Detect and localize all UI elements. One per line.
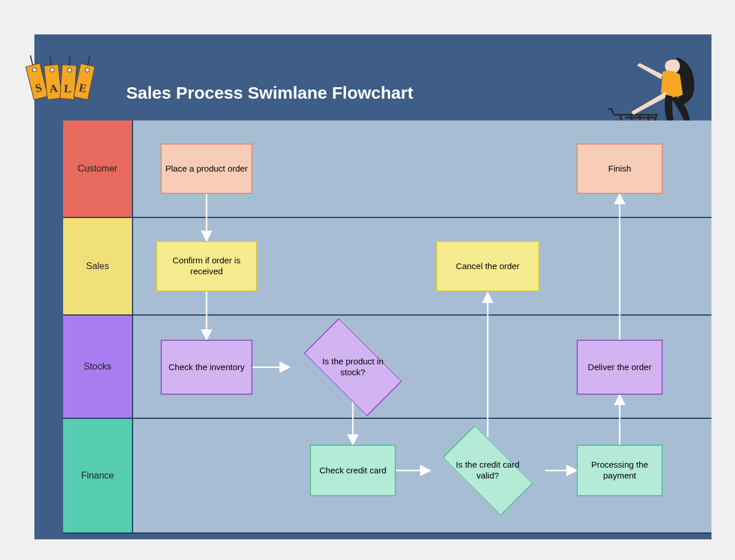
node-label: Place a product order xyxy=(165,164,247,174)
lane-header-finance: Finance xyxy=(63,419,132,532)
sale-tag-letter: A xyxy=(46,81,61,96)
node-finish[interactable]: Finish xyxy=(577,143,663,194)
node-label: Finish xyxy=(608,164,631,174)
node-cancel-order[interactable]: Cancel the order xyxy=(436,241,539,291)
node-label: Processing the payment xyxy=(581,460,658,481)
sale-tag-letter: S xyxy=(30,80,47,96)
main-panel: S A L E Sales Process Swimlane Flowchart xyxy=(34,34,711,539)
sale-tag-letter: E xyxy=(75,80,91,96)
diagram-canvas: S A L E Sales Process Swimlane Flowchart xyxy=(11,11,724,549)
node-check-credit[interactable]: Check credit card xyxy=(310,445,396,496)
node-deliver-order[interactable]: Deliver the order xyxy=(577,340,663,395)
title-bar: S A L E Sales Process Swimlane Flowchart xyxy=(34,34,711,120)
swimlanes: Customer Sales Stocks Finance xyxy=(63,120,711,534)
node-label: Is the credit card valid? xyxy=(448,460,528,481)
sale-tag-letter: L xyxy=(60,81,75,96)
node-label: Confirm if order is received xyxy=(161,255,252,277)
lane-header-stocks: Stocks xyxy=(63,316,132,418)
lane-header-sales: Sales xyxy=(63,218,132,314)
node-label: Check credit card xyxy=(320,465,387,476)
node-label: Deliver the order xyxy=(588,362,652,373)
node-check-inventory[interactable]: Check the inventory xyxy=(161,340,252,395)
node-label: Cancel the order xyxy=(456,261,520,272)
lane-header-customer: Customer xyxy=(63,120,132,217)
diagram-title: Sales Process Swimlane Flowchart xyxy=(126,83,413,103)
sale-tags-illustration: S A L E xyxy=(23,55,103,123)
node-label: Is the product in stock? xyxy=(313,356,393,378)
node-label: Check the inventory xyxy=(169,362,245,373)
node-place-order[interactable]: Place a product order xyxy=(161,143,252,194)
node-confirm-order[interactable]: Confirm if order is received xyxy=(156,241,257,291)
node-process-payment[interactable]: Processing the payment xyxy=(577,445,663,496)
